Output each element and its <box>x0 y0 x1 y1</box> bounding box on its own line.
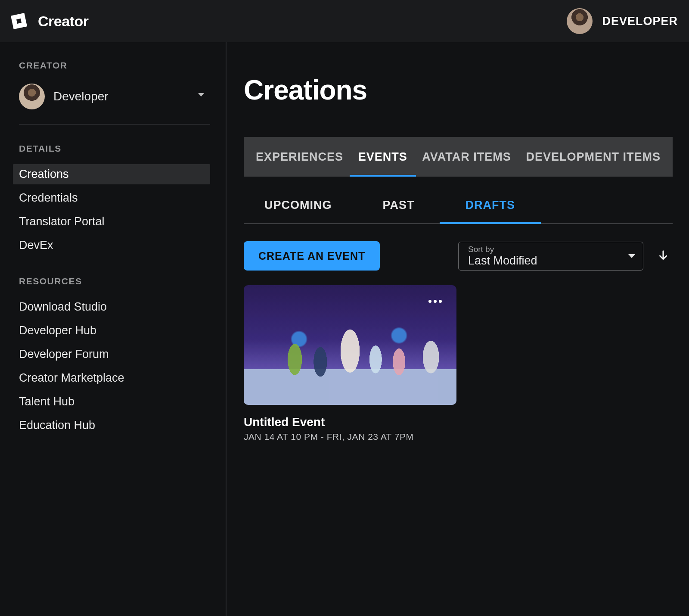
sidebar-item-education-hub[interactable]: Education Hub <box>13 415 210 436</box>
sort-value: Last Modified <box>468 254 537 268</box>
brand[interactable]: Creator <box>9 11 88 31</box>
sort-select[interactable]: Sort by Last Modified <box>458 242 643 271</box>
avatar <box>19 84 45 109</box>
event-thumbnail <box>244 285 456 405</box>
account-selector[interactable]: Developer <box>19 81 210 120</box>
sort-label: Sort by <box>468 245 537 254</box>
tab-avatar-items[interactable]: AVATAR ITEMS <box>422 137 511 177</box>
tab-drafts[interactable]: DRAFTS <box>466 187 515 223</box>
roblox-logo-icon <box>9 11 29 31</box>
nav-resources: Download Studio Developer Hub Developer … <box>19 297 210 436</box>
page-title: Creations <box>244 74 673 106</box>
nav-details: Creations Credentials Translator Portal … <box>19 164 210 255</box>
chevron-down-icon <box>198 93 204 96</box>
sidebar-item-credentials[interactable]: Credentials <box>13 188 210 208</box>
sidebar-item-devex[interactable]: DevEx <box>13 235 210 255</box>
create-event-button[interactable]: CREATE AN EVENT <box>244 241 380 271</box>
sidebar-item-download-studio[interactable]: Download Studio <box>13 297 210 317</box>
arrow-down-icon <box>657 249 670 262</box>
account-name: Developer <box>53 90 109 103</box>
toolbar: CREATE AN EVENT Sort by Last Modified <box>244 241 673 271</box>
section-heading-resources: RESOURCES <box>19 276 210 286</box>
sidebar-item-developer-forum[interactable]: Developer Forum <box>13 344 210 364</box>
sort-direction-button[interactable] <box>654 246 673 265</box>
event-card[interactable]: Untitled Event JAN 14 AT 10 PM - FRI, JA… <box>244 285 456 442</box>
svg-rect-1 <box>16 19 22 24</box>
event-title: Untitled Event <box>244 415 456 429</box>
event-date-range: JAN 14 AT 10 PM - FRI, JAN 23 AT 7PM <box>244 432 456 442</box>
avatar <box>567 8 593 34</box>
sidebar-item-developer-hub[interactable]: Developer Hub <box>13 320 210 341</box>
chevron-down-icon <box>628 254 635 258</box>
user-name: DEVELOPER <box>602 15 678 28</box>
tab-past[interactable]: PAST <box>383 187 415 223</box>
sidebar-item-creations[interactable]: Creations <box>13 164 210 184</box>
main-content: Creations EXPERIENCES EVENTS AVATAR ITEM… <box>227 42 689 616</box>
top-bar: Creator DEVELOPER <box>0 0 689 42</box>
sidebar-item-translator-portal[interactable]: Translator Portal <box>13 212 210 232</box>
brand-name: Creator <box>38 13 88 30</box>
section-heading-creator: CREATOR <box>19 60 210 71</box>
kebab-menu-icon[interactable] <box>428 300 442 303</box>
sidebar: CREATOR Developer DETAILS Creations Cred… <box>0 42 227 616</box>
divider <box>19 124 210 124</box>
sidebar-item-talent-hub[interactable]: Talent Hub <box>13 392 210 412</box>
category-tabs: EXPERIENCES EVENTS AVATAR ITEMS DEVELOPM… <box>244 137 673 177</box>
user-menu[interactable]: DEVELOPER <box>567 8 678 34</box>
sidebar-item-creator-marketplace[interactable]: Creator Marketplace <box>13 368 210 388</box>
tab-upcoming[interactable]: UPCOMING <box>264 187 332 223</box>
event-status-tabs: UPCOMING PAST DRAFTS <box>244 187 673 224</box>
tab-events[interactable]: EVENTS <box>358 137 407 177</box>
section-heading-details: DETAILS <box>19 143 210 154</box>
tab-experiences[interactable]: EXPERIENCES <box>256 137 343 177</box>
tab-development-items[interactable]: DEVELOPMENT ITEMS <box>526 137 661 177</box>
event-grid: Untitled Event JAN 14 AT 10 PM - FRI, JA… <box>244 285 673 442</box>
